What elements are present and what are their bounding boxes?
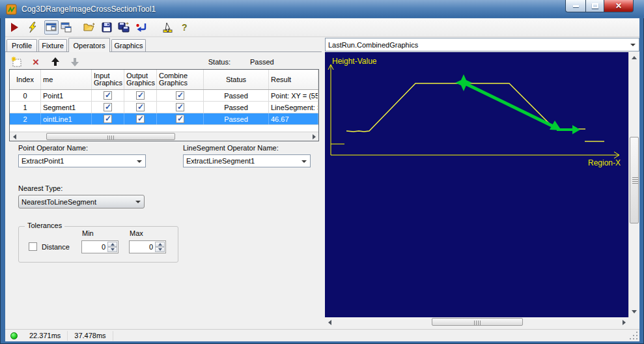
table-row[interactable]: 1Segment1PassedLineSegment: S [10, 102, 318, 113]
max-label: Max [130, 229, 143, 237]
table-horizontal-scrollbar[interactable] [10, 132, 318, 141]
window: Cog3DRangeImageCrossSectionTool1 ✕ [0, 0, 644, 344]
run-icon [9, 22, 20, 33]
scroll-up-icon[interactable] [630, 53, 639, 62]
scroll-left-icon[interactable] [325, 318, 334, 326]
output-graphics-checkbox[interactable] [124, 113, 157, 124]
operator-table: Index me Input Graphics Output Graphics … [9, 69, 319, 141]
cell-index: 2 [10, 113, 41, 124]
max-spinner[interactable]: 0 [129, 240, 166, 253]
delete-icon: ✕ [33, 57, 40, 67]
combine-graphics-checkbox[interactable] [157, 102, 204, 113]
distance-checkbox[interactable] [29, 242, 37, 251]
help-icon: ? [182, 22, 188, 33]
output-graphics-checkbox[interactable] [124, 90, 157, 101]
min-spinner[interactable]: 0 [81, 240, 119, 253]
add-operator-button[interactable] [10, 56, 22, 68]
resize-grip[interactable] [630, 332, 638, 340]
column-header-status[interactable]: Status [204, 70, 269, 89]
cell-status: Passed [204, 90, 269, 101]
new-operator-icon [10, 56, 22, 68]
combine-graphics-checkbox[interactable] [157, 113, 204, 124]
graphics-display[interactable]: Height-ValueRegion-X [325, 52, 628, 317]
graphics-source-combo[interactable]: LastRun.CombinedGraphics [325, 38, 639, 51]
table-header: Index me Input Graphics Output Graphics … [10, 70, 318, 90]
input-graphics-checkbox[interactable] [92, 90, 124, 101]
run-status-icon [10, 332, 18, 339]
tab-fixture[interactable]: Fixture [38, 39, 67, 51]
save-as-button[interactable] [118, 20, 130, 35]
execution-time: 22.371ms [23, 331, 68, 341]
scroll-down-icon[interactable] [630, 308, 639, 316]
cell-result: 46.67 [269, 113, 318, 124]
chevron-down-icon [135, 201, 141, 203]
point-operator-combo[interactable]: ExtractPoint1 [18, 154, 146, 167]
cell-status: Passed [204, 113, 269, 124]
column-header-input-graphics[interactable]: Input Graphics [92, 70, 124, 89]
scroll-thumb[interactable] [630, 137, 639, 223]
column-header-output-graphics[interactable]: Output Graphics [124, 70, 157, 89]
spin-up-icon[interactable] [107, 242, 117, 247]
tab-divider [5, 51, 322, 52]
float-windows-button[interactable] [61, 20, 72, 35]
operator-table-body: 0Point1PassedPoint: XY = (55.1Segment1Pa… [10, 90, 318, 125]
save-button[interactable] [102, 20, 112, 35]
linesegment-operator-combo[interactable]: ExtractLineSegment1 [183, 154, 311, 167]
move-down-icon [70, 57, 80, 67]
column-header-combine-graphics[interactable]: Combine Graphics [157, 70, 204, 89]
delete-operator-button[interactable]: ✕ [30, 56, 42, 68]
open-folder-icon [83, 22, 96, 33]
spin-up-icon[interactable] [155, 242, 165, 247]
graphics-horizontal-scrollbar[interactable] [325, 317, 628, 326]
distance-label: Distance [42, 243, 70, 251]
tab-operators[interactable]: Operators [68, 38, 110, 52]
reset-button[interactable] [135, 20, 147, 35]
operator-toolbar: ✕ Status: Passed [5, 53, 322, 70]
output-graphics-checkbox[interactable] [124, 102, 157, 113]
column-header-result[interactable]: Result [269, 70, 318, 89]
min-value: 0 [83, 243, 105, 251]
titlebar[interactable]: Cog3DRangeImageCrossSectionTool1 ✕ [0, 0, 644, 18]
float-windows-icon [61, 22, 72, 33]
client-area: Profile Fixture Operators Graphics ✕ Sta… [5, 37, 639, 329]
scroll-thumb[interactable] [46, 133, 175, 140]
minimize-button[interactable] [565, 0, 585, 12]
electrode-position-icon [162, 22, 174, 33]
x-axis-label: Region-X [588, 158, 621, 167]
input-graphics-checkbox[interactable] [92, 113, 124, 124]
electrode-position-button[interactable] [162, 20, 174, 35]
scroll-right-icon[interactable] [309, 132, 318, 141]
input-graphics-checkbox[interactable] [92, 102, 124, 113]
close-button[interactable]: ✕ [604, 0, 634, 12]
table-row[interactable]: 0Point1PassedPoint: XY = (55. [10, 90, 318, 102]
scroll-thumb[interactable] [432, 318, 523, 326]
scroll-left-icon[interactable] [10, 132, 19, 141]
move-up-button[interactable] [49, 56, 61, 68]
graphics-vertical-scrollbar[interactable] [628, 52, 639, 317]
save-as-icon [118, 22, 130, 33]
tab-graphics[interactable]: Graphics [111, 39, 146, 51]
run-button[interactable] [9, 20, 20, 35]
open-button[interactable] [83, 20, 96, 35]
combine-graphics-checkbox[interactable] [157, 90, 204, 101]
move-down-button[interactable] [69, 56, 81, 68]
help-button[interactable]: ? [182, 20, 188, 35]
tool-window-toggle-button[interactable] [44, 20, 59, 35]
cell-name: Segment1 [41, 102, 92, 113]
column-header-name[interactable]: me [41, 70, 92, 89]
run-once-button[interactable] [27, 20, 37, 35]
lightning-icon [27, 22, 37, 33]
tab-profile[interactable]: Profile [7, 39, 37, 51]
reset-icon [135, 22, 147, 33]
maximize-button[interactable] [585, 0, 604, 12]
spin-down-icon[interactable] [107, 247, 117, 252]
table-row[interactable]: 2ointLine1Passed46.67 [10, 113, 318, 125]
spin-down-icon[interactable] [155, 247, 165, 252]
tolerances-title: Tolerances [25, 222, 64, 229]
min-label: Min [82, 229, 94, 237]
column-header-index[interactable]: Index [10, 70, 41, 89]
nearest-type-combo[interactable]: NearestToLineSegment [18, 195, 145, 208]
move-up-icon [50, 57, 61, 67]
chevron-down-icon [630, 44, 636, 46]
scroll-right-icon[interactable] [619, 318, 628, 326]
